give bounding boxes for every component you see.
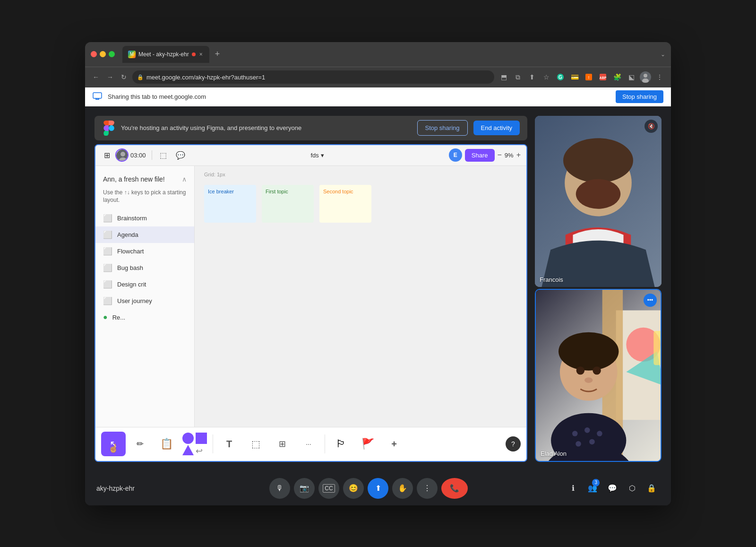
figma-filename-arrow[interactable]: ▾ — [321, 152, 324, 159]
sidebar-item-bugbash[interactable]: ⬜ Bug bash — [95, 260, 194, 276]
people-button[interactable]: 👥 3 — [585, 478, 601, 499]
lock-icon: 🔒 — [647, 484, 656, 493]
captions-button[interactable]: CC — [318, 478, 339, 499]
svg-point-37 — [593, 366, 601, 374]
sticky-note-secondtopic[interactable]: Second topic — [319, 185, 371, 223]
end-call-button[interactable]: 📞 — [441, 478, 468, 499]
figma-chat-icon[interactable]: 💬 — [175, 149, 186, 161]
sidebar-toggle-icon[interactable]: ⬕ — [626, 71, 637, 83]
present-button[interactable]: ⬆ — [368, 478, 388, 499]
profile-avatar[interactable] — [640, 71, 651, 83]
figma-bottom-toolbar: ↖ ☝ ✏ 📋 — [95, 427, 526, 461]
pip-icon[interactable]: ⧉ — [512, 71, 524, 83]
sticky-note-firsttopic[interactable]: First topic — [262, 185, 314, 223]
camera-button[interactable]: 📷 — [294, 478, 315, 499]
figma-zoom-out-button[interactable]: − — [498, 151, 502, 159]
designcrit-icon: ⬜ — [103, 280, 112, 289]
figma-canvas: ⊞ 03:00 — [94, 144, 527, 462]
svg-point-12 — [120, 152, 125, 156]
figma-text-tool[interactable]: T — [217, 432, 241, 456]
sidebar-close-button[interactable]: ∧ — [182, 175, 187, 183]
back-button[interactable]: ← — [91, 71, 101, 83]
browser-tab[interactable]: M Meet - aky-hzpk-ehr × — [122, 46, 209, 63]
host-controls-button[interactable]: 🔒 — [644, 478, 660, 499]
more-options-button[interactable]: ⋮ — [417, 478, 438, 499]
figma-add-more[interactable]: + — [382, 432, 406, 456]
url-text: meet.google.com/aky-hzpk-ehr?authuser=1 — [146, 74, 265, 81]
table-icon: ⊞ — [279, 439, 286, 449]
raise-hand-button[interactable]: ✋ — [392, 478, 413, 499]
figma-select-tool[interactable]: ↖ ☝ — [101, 432, 126, 456]
figma-help-button[interactable]: ? — [506, 436, 521, 451]
video-panels: Francois 🔇 — [535, 116, 662, 462]
sidebar-item-userjourney[interactable]: ⬜ User journey — [95, 293, 194, 309]
figma-sticker-1[interactable]: 🏳 — [329, 432, 353, 456]
refresh-button[interactable]: ↻ — [119, 71, 129, 83]
figma-zoom-level: 9% — [505, 152, 514, 159]
new-tab-button[interactable]: + — [215, 49, 220, 59]
svg-point-36 — [576, 366, 584, 374]
browser-toolbar: ⬒ ⧉ ⬆ ☆ G 💳 ! ABP — [498, 71, 665, 83]
sharing-bar-text: Sharing this tab to meet.google.com — [108, 93, 610, 100]
figma-sidebar: Ann, a fresh new file! ∧ Use the ↑↓ keys… — [95, 166, 195, 427]
sidebar-item-flowchart[interactable]: ⬜ Flowchart — [95, 243, 194, 260]
tab-close-button[interactable]: × — [198, 51, 204, 58]
tool-separator-2 — [325, 434, 325, 453]
ext-icon-1[interactable]: ! — [583, 71, 594, 83]
meeting-code: aky-hzpk-ehr — [96, 485, 172, 492]
more-tools-icon: ··· — [306, 440, 311, 448]
end-activity-button[interactable]: End activity — [473, 121, 520, 135]
figma-more-tools[interactable]: ··· — [296, 432, 321, 456]
stop-sharing-browser-button[interactable]: Stop sharing — [616, 90, 663, 103]
stop-sharing-meet-button[interactable]: Stop sharing — [417, 120, 468, 136]
cam-icon: 📷 — [300, 484, 309, 493]
share-page-icon[interactable]: ⬆ — [526, 71, 538, 83]
wallet-icon[interactable]: 💳 — [569, 71, 580, 83]
url-bar[interactable]: 🔒 meet.google.com/aky-hzpk-ehr?authuser=… — [132, 70, 494, 84]
traffic-lights — [91, 51, 115, 57]
cast-icon[interactable]: ⬒ — [498, 71, 509, 83]
sticky-note-icebreaker[interactable]: Ice breaker — [204, 185, 256, 223]
activities-button[interactable]: ⬡ — [624, 478, 640, 499]
maximize-icon: ⌄ — [661, 51, 665, 58]
figma-menu-icon[interactable]: ⊞ — [101, 149, 112, 161]
minimize-window-button[interactable] — [100, 51, 106, 57]
chrome-menu-icon[interactable]: ⋮ — [654, 71, 665, 83]
figma-pencil-tool[interactable]: ✏ — [128, 432, 152, 456]
maximize-window-button[interactable] — [109, 51, 115, 57]
figma-shapes-tool[interactable]: 📋 — [154, 432, 179, 456]
tab-favicon: M — [128, 51, 136, 58]
sticker1-icon: 🏳 — [336, 438, 346, 450]
chat-button[interactable]: 💬 — [604, 478, 620, 499]
ext-abp-icon[interactable]: ABP — [597, 71, 609, 83]
forward-button[interactable]: → — [105, 71, 115, 83]
sidebar-item-agenda[interactable]: ⬜ Agenda — [95, 226, 194, 243]
elad-more-button[interactable]: ••• — [644, 294, 657, 307]
francois-mute-icon[interactable]: 🔇 — [644, 120, 658, 133]
svg-rect-9 — [93, 93, 102, 98]
figma-shapes-group[interactable]: ↩ — [180, 432, 209, 456]
microphone-button[interactable]: 🎙 — [269, 478, 290, 499]
figma-frame-tool[interactable]: ⬚ — [243, 432, 268, 456]
sidebar-item-re[interactable]: ● Re... — [95, 309, 194, 325]
activity-text: You're hosting an activity using Figma, … — [121, 124, 412, 131]
figma-zoom-in-button[interactable]: + — [516, 151, 521, 159]
emoji-icon: 😊 — [349, 484, 358, 493]
figma-sticker-2[interactable]: 🚩 — [355, 432, 380, 456]
sidebar-item-label: Bug bash — [117, 264, 143, 271]
meeting-info-button[interactable]: ℹ — [565, 478, 581, 499]
sidebar-item-brainstorm[interactable]: ⬜ Brainstorm — [95, 210, 194, 226]
emoji-button[interactable]: 😊 — [343, 478, 364, 499]
grammarly-icon[interactable]: G — [555, 71, 566, 83]
figma-share-button[interactable]: Share — [465, 149, 495, 162]
figma-area: You're hosting an activity using Figma, … — [94, 116, 527, 462]
close-window-button[interactable] — [91, 51, 97, 57]
tab-title: Meet - aky-hzpk-ehr — [138, 51, 189, 58]
bookmark-icon[interactable]: ☆ — [541, 71, 552, 83]
svg-point-38 — [584, 377, 593, 383]
extensions-icon[interactable]: 🧩 — [611, 71, 623, 83]
figma-frame-icon[interactable]: ⬚ — [158, 149, 169, 161]
sidebar-item-designcrit[interactable]: ⬜ Design crit — [95, 276, 194, 293]
figma-table-tool[interactable]: ⊞ — [270, 432, 294, 456]
meet-side-controls: ℹ 👥 3 💬 ⬡ 🔒 — [565, 478, 660, 499]
